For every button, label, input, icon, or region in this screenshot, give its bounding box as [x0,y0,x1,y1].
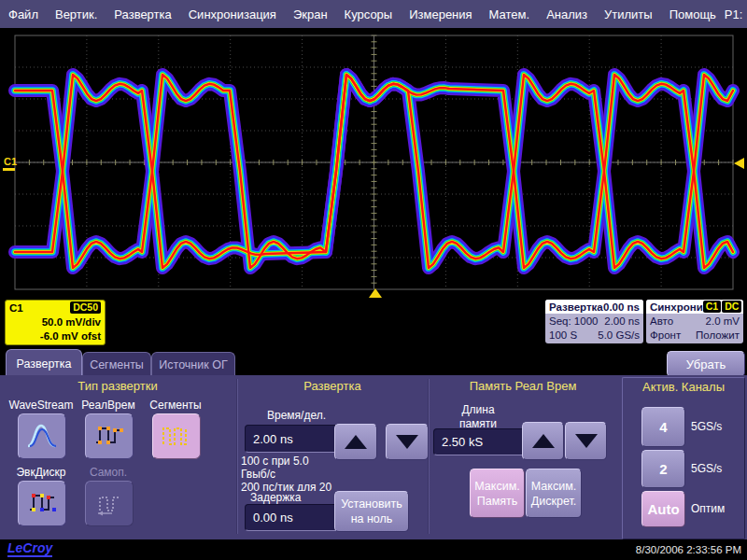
channels-count-button-auto[interactable]: Auto [641,491,685,527]
trigger-source-badge: C1 [703,301,721,313]
eqdiscr-icon [25,487,59,521]
delay-field[interactable]: 0.00 ns [245,504,340,531]
timebase-rate: 5.0 GS/s [598,329,640,341]
trigger-slope: Положит [696,329,740,341]
channels-rate-label-3: Оптим [691,502,725,515]
selfp-icon [92,487,126,521]
channels-count-button-2[interactable]: 2 [641,450,685,488]
channel-offset-marker[interactable] [3,168,15,171]
menu-item-8[interactable]: Матем. [481,7,539,21]
menu-item-2[interactable]: Вертик. [47,7,106,21]
wavestream-icon [25,420,59,454]
channel-c1-grid-label: C1 [4,156,17,167]
sampling-mode-button-segments[interactable] [152,413,201,459]
menu-item-6[interactable]: Курсоры [336,7,402,21]
menu-item-9[interactable]: Анализ [538,7,596,21]
max-memory-l1: Максим. [474,479,519,494]
close-dialog-button[interactable]: Убрать [667,351,745,377]
max-sample-l1: Максим. [531,479,576,494]
menu-item-11[interactable]: Помощь [661,7,725,21]
trigger-kind: Фронт [650,329,681,341]
set-zero-line1: Установить [341,497,402,511]
waveform-svg: C1 [0,28,747,299]
trigger-descriptor[interactable]: Синхрони C1DC Авто 2.0 mV Фронт Положит [646,300,743,343]
memory-up-button[interactable] [522,422,564,460]
realtime-icon [92,420,126,454]
sampling-mode-button-eqdiscr[interactable] [18,481,66,526]
datetime-text: 8/30/2006 2:33:56 PM [636,544,741,555]
trigger-mode: Авто [650,315,673,327]
coupling-badge: DC50 [70,301,101,314]
timebase-seq: Seq: 1000 [549,315,598,327]
channels-count-button-4[interactable]: 4 [641,407,685,447]
sampling-section-title: Тип развертки [0,379,235,393]
up-arrow-icon [345,435,367,449]
set-zero-line2: на ноль [351,511,393,526]
channels-section-title: Актив. Каналы [622,380,745,394]
section-divider [236,379,238,534]
sample-rate-info-line3: 200 пс/тик для 20 [241,481,418,491]
time-per-div-label: Время/дел. [267,409,326,422]
tab-3[interactable]: Источник ОГ [151,352,235,376]
max-sample-rate-button[interactable]: Максим. Дискрет. [526,469,582,518]
memory-length-label-l1: Длина [461,403,494,416]
waveform-display: C1 [0,28,747,299]
up-arrow-icon [532,434,555,448]
sampling-mode-label-selfp: Самоп. [62,466,155,479]
tab-2[interactable]: Сегменты [82,352,151,376]
lecroy-logo[interactable]: LeCroy [7,541,52,557]
segments-icon [160,420,193,454]
time-per-div-up-button[interactable] [334,424,377,460]
set-delay-zero-button[interactable]: Установить на ноль [334,491,409,532]
menu-item-4[interactable]: Синхронизация [180,7,285,21]
trigger-title: Синхрони [650,301,703,313]
timebase-title: Развертка [549,301,603,313]
down-arrow-icon [396,435,418,449]
channel-c1-descriptor[interactable]: C1 DC50 50.0 mV/div -6.0 mV ofst [5,300,106,345]
memory-length-label: Длина памяти [439,403,517,431]
sampling-mode-button-wavestream[interactable] [18,413,66,459]
timebase-descriptor[interactable]: Развертка 0.00 ns Seq: 1000 2.00 ns 100 … [545,300,643,343]
menu-item-10[interactable]: Утилиты [596,7,661,21]
status-bar: LeCroy 8/30/2006 2:33:56 PM [0,539,747,560]
down-arrow-icon [575,434,598,448]
sampling-mode-button-realtime[interactable] [85,413,134,459]
sampling-mode-button-selfp[interactable] [85,481,134,526]
channels-rate-label-1: 5GS/s [691,420,722,433]
menu-item-7[interactable]: Измерения [401,7,480,21]
trigger-coupling-badge: DC [722,301,741,313]
menu-bar: ФайлВертик.РазверткаСинхронизацияЭкранКу… [0,0,747,28]
menu-right-group: P1: Установки [725,2,747,26]
sampling-mode-label-segments: Сегменты [129,399,222,412]
menu-item-5[interactable]: Экран [285,7,336,21]
oscilloscope-screen: ФайлВертик.РазверткаСинхронизацияЭкранКу… [0,0,747,560]
sample-rate-info-line2: Гвыб/с [241,468,275,481]
max-memory-l2: Память [477,494,518,509]
trigger-level: 2.0 mV [706,315,740,327]
memory-section-title: Память Реал Врем [430,379,616,393]
p1-label: P1: [725,7,743,21]
timebase-delay: 0.00 ns [603,301,640,313]
max-memory-button[interactable]: Максим. Память [470,469,525,518]
time-per-div-down-button[interactable] [386,424,429,460]
channels-rate-label-2: 5GS/s [691,462,722,475]
tab-1[interactable]: Развертка [6,349,82,377]
sample-rate-info-line1: 100 с при 5.0 [241,455,309,468]
trigger-level-marker[interactable] [734,158,744,169]
menu-item-3[interactable]: Развертка [106,7,179,21]
vertical-scale: 50.0 mV/div [42,316,101,328]
vertical-offset: -6.0 mV ofst [40,330,101,342]
menu-items: ФайлВертик.РазверткаСинхронизацияЭкранКу… [0,7,725,21]
timebase-tdiv: 2.00 ns [604,315,640,327]
channel-name: C1 [9,302,23,314]
delay-label: Задержка [250,491,302,504]
max-sample-l2: Дискрет. [531,494,576,509]
timebase-samples: 100 S [549,329,577,341]
time-per-div-field[interactable]: 2.00 ns [245,425,340,453]
menu-item-1[interactable]: Файл [0,7,47,21]
memory-length-field[interactable]: 2.50 kS [433,428,527,455]
memory-down-button[interactable] [565,422,607,460]
timebase-section-title: Развертка [239,379,426,393]
